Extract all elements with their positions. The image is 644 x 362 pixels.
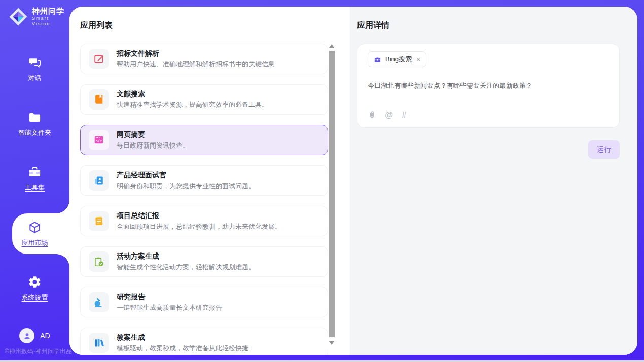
cube-icon: [28, 221, 42, 234]
edit-document-icon: [89, 49, 109, 69]
sidebar-item-toolset[interactable]: 工具集: [0, 157, 69, 200]
app-card-description: 帮助用户快速、准确地理解和解析招标书中的关键信息: [117, 60, 275, 68]
books-icon: [89, 333, 109, 353]
app-card-title: 项目总结汇报: [117, 211, 281, 220]
run-button[interactable]: 运行: [588, 140, 620, 159]
tool-chip-label: Bing搜索: [385, 55, 412, 64]
app-card-description: 一键智能生成高质量长文本研究报告: [117, 304, 222, 312]
app-details-panel: 应用详情 Bing搜索 × 今日湖北有哪些新闻要点？有哪些需要关注的最新政策？ …: [350, 7, 637, 355]
interviewer-icon: [89, 170, 109, 191]
app-card[interactable]: 教案生成 模板驱动，教案秒成，教学准备从此轻松快捷: [80, 328, 328, 355]
briefcase-icon: [374, 56, 381, 63]
scroll-up-icon[interactable]: [329, 44, 334, 48]
user-initials: AD: [40, 332, 50, 340]
app-cards: 招标文件解析 帮助用户快速、准确地理解和解析招标书中的关键信息 文献搜索 快速精…: [80, 44, 350, 355]
microscope-icon: [89, 292, 109, 312]
input-toolbar: @ #: [368, 111, 609, 119]
app-card[interactable]: </> 网页摘要 每日政府新闻资讯快查。: [80, 125, 328, 155]
sidebar-item-app-market[interactable]: 应用市场: [0, 212, 69, 255]
clipboard-check-icon: [89, 251, 109, 272]
query-text[interactable]: 今日湖北有哪些新闻要点？有哪些需要关注的最新政策？: [368, 81, 609, 90]
app-card[interactable]: 研究报告 一键智能生成高质量长文本研究报告: [80, 287, 328, 317]
main-panel: 应用列表 招标文件解析 帮助用户快速、准确地理解和解析招标书中的关键信息 文献搜…: [69, 7, 637, 355]
avatar[interactable]: [19, 328, 34, 343]
sidebar-item-settings[interactable]: 系统设置: [0, 267, 69, 310]
prompt-card: Bing搜索 × 今日湖北有哪些新闻要点？有哪些需要关注的最新政策？ @ #: [357, 44, 620, 128]
sidebar-item-smart-folder[interactable]: 智能文件夹: [0, 102, 69, 145]
mention-icon[interactable]: @: [385, 111, 393, 119]
scrollbar[interactable]: [329, 43, 335, 346]
webpage-code-icon: </>: [89, 130, 109, 150]
sidebar-nav: 对话 智能文件夹 工具集 应用市场 系统: [0, 0, 69, 360]
app-card-description: 智能生成个性化活动方案，轻松解决规划难题。: [117, 263, 255, 271]
book-icon: [89, 89, 109, 110]
app-list-panel: 应用列表 招标文件解析 帮助用户快速、准确地理解和解析招标书中的关键信息 文献搜…: [69, 7, 350, 355]
app-card[interactable]: 产品经理面试官 明确身份和职责，为您提供专业性的面试问题。: [80, 165, 328, 196]
app-card-description: 全面回顾项目进展，总结经验教训，助力未来优化发展。: [117, 223, 281, 231]
folder-icon: [28, 111, 42, 124]
app-card-description: 每日政府新闻资讯快查。: [117, 141, 189, 150]
sidebar: 神州问学 Smart Vision 对话 智能文件夹 工具集: [0, 0, 69, 360]
scrollbar-thumb[interactable]: [329, 51, 335, 337]
chat-icon: [28, 56, 42, 69]
hash-icon[interactable]: #: [402, 111, 406, 119]
app-card-title: 产品经理面试官: [117, 171, 255, 179]
attachment-icon[interactable]: [368, 111, 376, 119]
scroll-down-icon[interactable]: [329, 341, 334, 345]
app-card-title: 文献搜索: [117, 90, 268, 98]
copyright: ©神州数码·神州问学出品: [5, 347, 72, 356]
sidebar-item-chat[interactable]: 对话: [0, 48, 69, 90]
tool-chip-bing-search[interactable]: Bing搜索 ×: [368, 51, 426, 67]
run-row: 运行: [357, 140, 620, 159]
notes-icon: [89, 211, 109, 231]
app-card-description: 模板驱动，教案秒成，教学准备从此轻松快捷: [117, 344, 248, 352]
app-card[interactable]: 活动方案生成 智能生成个性化活动方案，轻松解决规划难题。: [80, 246, 328, 277]
app-details-title: 应用详情: [357, 20, 620, 30]
app-card-title: 招标文件解析: [117, 49, 275, 58]
app-card-title: 网页摘要: [117, 130, 189, 139]
close-icon[interactable]: ×: [416, 56, 420, 62]
toolbox-icon: [28, 165, 42, 179]
gear-icon: [28, 275, 42, 289]
app-card-title: 研究报告: [117, 293, 222, 301]
user-account[interactable]: AD: [0, 328, 69, 343]
app-card[interactable]: 招标文件解析 帮助用户快速、准确地理解和解析招标书中的关键信息: [80, 44, 328, 74]
app-card-description: 快速精准查找学术资源，提高研究效率的必备工具。: [117, 101, 268, 109]
app-card[interactable]: 项目总结汇报 全面回顾项目进展，总结经验教训，助力未来优化发展。: [80, 206, 328, 236]
app-card-title: 活动方案生成: [117, 252, 255, 261]
app-card-title: 教案生成: [117, 333, 248, 342]
svg-text:</>: </>: [96, 139, 102, 143]
app-card[interactable]: 文献搜索 快速精准查找学术资源，提高研究效率的必备工具。: [80, 84, 328, 115]
app-list-title: 应用列表: [80, 20, 350, 30]
user-icon: [22, 331, 32, 341]
app-card-description: 明确身份和职责，为您提供专业性的面试问题。: [117, 182, 255, 190]
